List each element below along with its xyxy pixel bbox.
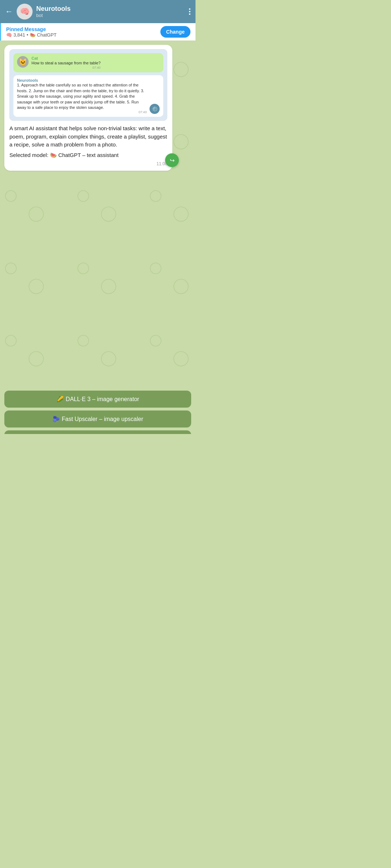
dot2 [189, 11, 190, 12]
header-info: Neurotools bot [36, 5, 185, 18]
dot1 [189, 8, 190, 10]
dalle3-label: DALL·E 3 – image generator [66, 396, 139, 403]
preview-bot-content: Neurotools 1. Approach the table careful… [17, 78, 147, 114]
fast-upscaler-emoji: 🫐 [52, 416, 60, 422]
preview-user-content: Cat How to steal a sausage from the tabl… [31, 56, 101, 69]
message-footer: 11:00 [9, 161, 167, 166]
creative-upscale-button[interactable]: 🍒 Creative Upscale – smart image upscale… [4, 430, 191, 434]
pinned-label: Pinned Message [6, 26, 157, 32]
preview-bot-text: 1. Approach the table carefully so as no… [17, 82, 147, 110]
fast-upscaler-button[interactable]: 🫐 Fast Upscaler – image upscaler [4, 410, 191, 427]
pinned-left: Pinned Message 🧠 3,841 • 🍉 ChatGPT [6, 26, 157, 38]
brain-emoji: 🧠 [6, 32, 12, 38]
bot-name: Neurotools [36, 5, 185, 13]
pinned-content: 🧠 3,841 • 🍉 ChatGPT [6, 32, 157, 38]
preview-user-message: 🐱 Cat How to steal a sausage from the ta… [13, 53, 163, 72]
change-button[interactable]: Change [160, 26, 190, 38]
preview-user-name: Cat [31, 56, 101, 60]
screenshot-preview: 🐱 Cat How to steal a sausage from the ta… [9, 49, 167, 121]
dalle3-button[interactable]: 🌽 DALL·E 3 – image generator [4, 391, 191, 408]
watermelon-emoji: 🍉 [30, 32, 35, 38]
selected-model-text: Selected model: 🍉 ChatGPT – text assista… [9, 151, 167, 159]
action-buttons: 🌽 DALL·E 3 – image generator 🫐 Fast Upsc… [0, 391, 196, 434]
model-name: ChatGPT [37, 32, 56, 38]
preview-cat-avatar: 🐱 [17, 56, 29, 68]
header: ← 🧠 Neurotools bot [0, 0, 196, 23]
preview-inner: 🐱 Cat How to steal a sausage from the ta… [10, 50, 167, 120]
dot3 [189, 13, 190, 15]
share-button[interactable]: ↪ [165, 153, 179, 167]
back-button[interactable]: ← [5, 7, 13, 16]
avatar: 🧠 [17, 4, 33, 20]
dalle3-emoji: 🌽 [56, 396, 64, 403]
more-button[interactable] [189, 8, 190, 15]
separator: • [27, 32, 29, 38]
count: 3,841 [13, 32, 25, 38]
fast-upscaler-label: Fast Upscaler – image upscaler [62, 416, 143, 422]
preview-bot-message: Neurotools 1. Approach the table careful… [13, 75, 163, 117]
preview-bot-time: 07:40 [17, 110, 147, 114]
chat-area: 🐱 Cat How to steal a sausage from the ta… [0, 41, 196, 391]
bot-status: bot [36, 13, 185, 18]
preview-bot-avatar: ⚙️ [150, 104, 160, 114]
main-message-bubble: 🐱 Cat How to steal a sausage from the ta… [4, 45, 172, 171]
preview-bot-name: Neurotools [17, 78, 147, 82]
preview-user-time: 07:40 [31, 66, 101, 69]
pinned-message-bar: Pinned Message 🧠 3,841 • 🍉 ChatGPT Chang… [0, 23, 196, 41]
preview-user-text: How to steal a sausage from the table? [31, 60, 101, 66]
main-message-text: A smart AI assistant that helps solve no… [9, 124, 167, 149]
